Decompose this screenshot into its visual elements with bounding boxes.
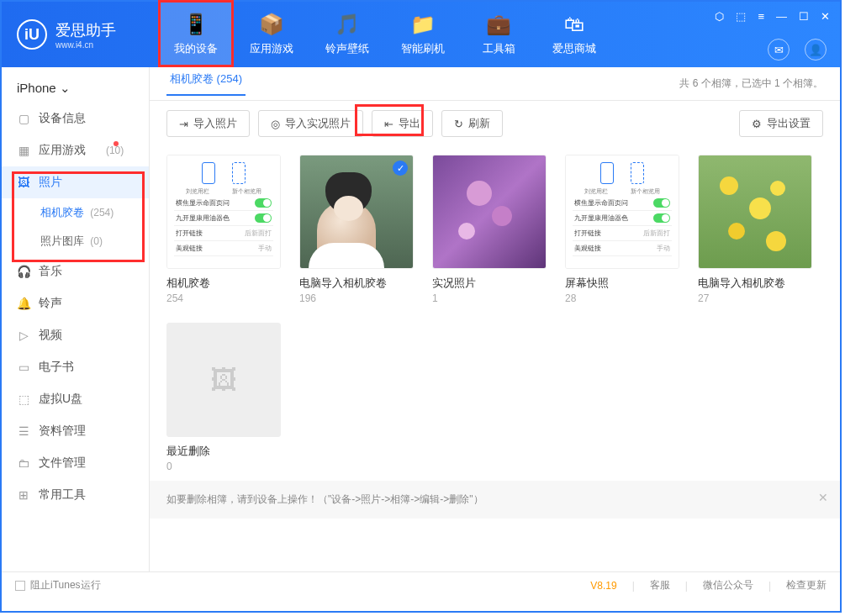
close-hint-icon[interactable]: ✕	[818, 491, 828, 504]
menu-icon[interactable]: ≡	[758, 10, 764, 23]
tab-bar: 相机胶卷 (254) 共 6 个相簿，已选中 1 个相簿。	[150, 67, 840, 101]
header-actions: ✉ 👤	[768, 39, 827, 61]
footer-support[interactable]: 客服	[650, 578, 670, 592]
minimize-icon[interactable]: —	[776, 10, 787, 23]
nav-store[interactable]: 🛍 爱思商城	[536, 2, 612, 67]
footer: 阻止iTunes运行 V8.19 | 客服 | 微信公众号 | 检查更新	[2, 571, 840, 598]
export-settings-button[interactable]: ⚙导出设置	[739, 110, 823, 137]
footer-update[interactable]: 检查更新	[786, 578, 827, 592]
album-item[interactable]: 刘览用栏新个相览用 横焦显示命面页问 九开显康用油器色 打开链接后新面打 美观链…	[166, 155, 281, 304]
hint-bar: 如要删除相簿，请到设备上操作！（"设备->照片->相簿->编辑->删除"） ✕	[150, 481, 840, 519]
refresh-button[interactable]: ↻刷新	[441, 110, 503, 137]
album-item[interactable]: ✓ 电脑导入相机胶卷 196	[299, 155, 414, 304]
device-icon: 📱	[183, 13, 209, 36]
sidebar-photos[interactable]: 🖼照片	[2, 166, 149, 198]
lock-icon[interactable]: ⬚	[736, 10, 746, 23]
import-icon: ⇥	[179, 118, 188, 130]
chevron-down-icon: ⌄	[60, 81, 71, 95]
sidebar-ringtones[interactable]: 🔔铃声	[2, 287, 149, 319]
itunes-label: 阻止iTunes运行	[30, 578, 101, 592]
app-name: 爱思助手	[55, 20, 116, 40]
sidebar-camera-roll[interactable]: 相机胶卷 (254)	[2, 198, 149, 227]
live-icon: ◎	[271, 118, 280, 130]
sidebar-photo-library[interactable]: 照片图库 (0)	[2, 227, 149, 255]
sidebar-apps[interactable]: ▦应用游戏 (10)	[2, 134, 149, 166]
top-nav: 📱 我的设备 📦 应用游戏 🎵 铃声壁纸 📁 智能刷机 💼 工具箱 🛍	[158, 2, 612, 67]
usb-icon: ⬚	[17, 392, 30, 406]
sidebar-tools[interactable]: ⊞常用工具	[2, 479, 149, 511]
import-photo-button[interactable]: ⇥导入照片	[166, 110, 250, 137]
bell-icon: 🔔	[17, 297, 30, 310]
album-item[interactable]: 刘览用栏新个相览用 横焦显示命面页问 九开显康用油器色 打开链接后新面打 美观链…	[565, 155, 679, 304]
nav-apps[interactable]: 📦 应用游戏	[234, 2, 309, 67]
book-icon: ▭	[17, 361, 30, 374]
sidebar-data[interactable]: ☰资料管理	[2, 415, 149, 447]
footer-wechat[interactable]: 微信公众号	[703, 578, 753, 592]
toolbar: ⇥导入照片 ◎导入实况照片 ⇤导出 ↻刷新 ⚙导出设置	[150, 101, 840, 146]
folder-icon: 📁	[410, 13, 436, 36]
logo-area: iU 爱思助手 www.i4.cn	[2, 19, 158, 50]
header: iU 爱思助手 www.i4.cn 📱 我的设备 📦 应用游戏 🎵 铃声壁纸 📁…	[2, 2, 840, 67]
app-url: www.i4.cn	[55, 40, 116, 50]
update-dot-icon	[114, 141, 119, 146]
headphone-icon: 🎧	[17, 265, 30, 278]
box-icon: 📦	[259, 13, 284, 36]
empty-photo-icon: 🖼	[210, 365, 237, 396]
bag-icon: 🛍	[564, 13, 584, 36]
album-grid: 刘览用栏新个相览用 横焦显示命面页问 九开显康用油器色 打开链接后新面打 美观链…	[150, 146, 840, 481]
photo-icon: 🖼	[17, 176, 30, 189]
nav-flash[interactable]: 📁 智能刷机	[385, 2, 461, 67]
selection-status: 共 6 个相簿，已选中 1 个相簿。	[679, 76, 823, 91]
user-icon[interactable]: 👤	[805, 39, 827, 61]
sidebar-music[interactable]: 🎧音乐	[2, 255, 149, 287]
briefcase-icon: 💼	[486, 13, 511, 36]
refresh-icon: ↻	[454, 118, 463, 130]
sidebar-ebooks[interactable]: ▭电子书	[2, 351, 149, 383]
album-item[interactable]: 实况照片 1	[432, 155, 547, 304]
nav-my-device[interactable]: 📱 我的设备	[158, 2, 234, 67]
grid-icon: ▦	[17, 144, 30, 157]
maximize-icon[interactable]: ☐	[799, 10, 809, 23]
folder-icon: 🗀	[17, 456, 30, 470]
sidebar-udisk[interactable]: ⬚虚拟U盘	[2, 383, 149, 415]
import-live-button[interactable]: ◎导入实况照片	[258, 110, 363, 137]
phone-icon: ▢	[17, 112, 30, 125]
main-content: 相机胶卷 (254) 共 6 个相簿，已选中 1 个相簿。 ⇥导入照片 ◎导入实…	[150, 67, 840, 571]
version[interactable]: V8.19	[590, 580, 616, 592]
play-icon: ▷	[17, 329, 30, 342]
tab-camera-roll[interactable]: 相机胶卷 (254)	[166, 71, 246, 96]
check-icon: ✓	[393, 161, 408, 176]
sidebar: iPhone ⌄ ▢设备信息 ▦应用游戏 (10) 🖼照片 相机胶卷 (254)…	[2, 67, 150, 571]
export-icon: ⇤	[384, 118, 393, 130]
nav-toolbox[interactable]: 💼 工具箱	[461, 2, 536, 67]
export-button[interactable]: ⇤导出	[372, 110, 433, 137]
close-icon[interactable]: ✕	[821, 10, 830, 23]
nav-ringtones[interactable]: 🎵 铃声壁纸	[309, 2, 385, 67]
sidebar-videos[interactable]: ▷视频	[2, 319, 149, 351]
shirt-icon[interactable]: ⬡	[715, 10, 724, 23]
device-selector[interactable]: iPhone ⌄	[2, 74, 149, 103]
music-icon: 🎵	[335, 13, 360, 36]
gear-icon: ⚙	[752, 118, 762, 130]
itunes-checkbox[interactable]	[15, 581, 25, 591]
sidebar-device-info[interactable]: ▢设备信息	[2, 103, 149, 134]
album-item[interactable]: 电脑导入相机胶卷 27	[698, 155, 812, 304]
logo-icon: iU	[17, 19, 47, 50]
sidebar-files[interactable]: 🗀文件管理	[2, 447, 149, 479]
list-icon: ☰	[17, 424, 30, 438]
message-icon[interactable]: ✉	[768, 39, 790, 61]
window-controls: ⬡ ⬚ ≡ — ☐ ✕	[715, 10, 830, 23]
grid-icon: ⊞	[17, 488, 30, 502]
album-item[interactable]: 🖼 最近删除 0	[166, 323, 281, 472]
